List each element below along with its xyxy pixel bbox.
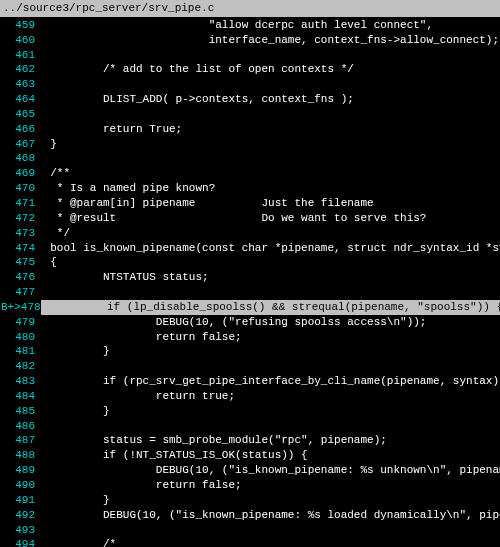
- code-line[interactable]: 472 * @result Do we want to serve this?: [1, 211, 500, 226]
- code-line[interactable]: 462 /* add to the list of open contexts …: [1, 62, 500, 77]
- line-number: 467: [1, 137, 37, 152]
- code-text: [37, 107, 500, 122]
- line-number: 492: [1, 508, 37, 523]
- code-line[interactable]: 464 DLIST_ADD( p->contexts, context_fns …: [1, 92, 500, 107]
- code-line[interactable]: 484 return true;: [1, 389, 500, 404]
- line-number: 491: [1, 493, 37, 508]
- code-line[interactable]: 490 return false;: [1, 478, 500, 493]
- code-line[interactable]: 482: [1, 359, 500, 374]
- code-text: if (rpc_srv_get_pipe_interface_by_cli_na…: [37, 374, 500, 389]
- line-number: 470: [1, 181, 37, 196]
- code-text: DLIST_ADD( p->contexts, context_fns );: [37, 92, 500, 107]
- code-line[interactable]: 463: [1, 77, 500, 92]
- line-number: 471: [1, 196, 37, 211]
- line-number: 466: [1, 122, 37, 137]
- line-number: 468: [1, 151, 37, 166]
- code-line[interactable]: 491 }: [1, 493, 500, 508]
- code-text: /*: [37, 537, 500, 547]
- code-line[interactable]: 489 DEBUG(10, ("is_known_pipename: %s un…: [1, 463, 500, 478]
- code-line[interactable]: 476 NTSTATUS status;: [1, 270, 500, 285]
- code-line[interactable]: 465: [1, 107, 500, 122]
- code-text: }: [37, 137, 500, 152]
- code-line[interactable]: 470 * Is a named pipe known?: [1, 181, 500, 196]
- code-line[interactable]: 474 bool is_known_pipename(const char *p…: [1, 241, 500, 256]
- code-text: * @result Do we want to serve this?: [37, 211, 500, 226]
- code-line[interactable]: 466 return True;: [1, 122, 500, 137]
- code-text: * @param[in] pipename Just the filename: [37, 196, 500, 211]
- line-number: 462: [1, 62, 37, 77]
- line-number: 483: [1, 374, 37, 389]
- code-line[interactable]: 475 {: [1, 255, 500, 270]
- code-line[interactable]: 486: [1, 419, 500, 434]
- code-line[interactable]: 460 interface_name, context_fns->allow_c…: [1, 33, 500, 48]
- code-text: "allow dcerpc auth level connect",: [37, 18, 500, 33]
- code-text: [37, 359, 500, 374]
- code-line[interactable]: 480 return false;: [1, 330, 500, 345]
- code-line[interactable]: 471 * @param[in] pipename Just the filen…: [1, 196, 500, 211]
- code-text: [37, 285, 500, 300]
- line-number: 488: [1, 448, 37, 463]
- line-number: 494: [1, 537, 37, 547]
- line-number: 482: [1, 359, 37, 374]
- code-text: [37, 419, 500, 434]
- code-line[interactable]: 483 if (rpc_srv_get_pipe_interface_by_cl…: [1, 374, 500, 389]
- code-text: }: [37, 404, 500, 419]
- code-line[interactable]: 487 status = smb_probe_module("rpc", pip…: [1, 433, 500, 448]
- line-number: 474: [1, 241, 37, 256]
- line-number: 476: [1, 270, 37, 285]
- code-text: }: [37, 344, 500, 359]
- code-line[interactable]: B+>478 if (lp_disable_spoolss() && streq…: [1, 300, 500, 315]
- code-text: return True;: [37, 122, 500, 137]
- code-line[interactable]: 467 }: [1, 137, 500, 152]
- code-line[interactable]: 473 */: [1, 226, 500, 241]
- line-number: 460: [1, 33, 37, 48]
- code-text: return false;: [37, 478, 500, 493]
- code-text: {: [37, 255, 500, 270]
- line-number: 475: [1, 255, 37, 270]
- code-text: [37, 48, 500, 63]
- line-number: 481: [1, 344, 37, 359]
- code-text: status = smb_probe_module("rpc", pipenam…: [37, 433, 500, 448]
- code-text: [37, 523, 500, 538]
- code-text: if (lp_disable_spoolss() && strequal(pip…: [41, 300, 500, 315]
- line-number: 480: [1, 330, 37, 345]
- code-line[interactable]: 469 /**: [1, 166, 500, 181]
- line-number: 493: [1, 523, 37, 538]
- code-line[interactable]: 461: [1, 48, 500, 63]
- line-number: 459: [1, 18, 37, 33]
- code-text: }: [37, 493, 500, 508]
- line-number: 464: [1, 92, 37, 107]
- line-number: 473: [1, 226, 37, 241]
- source-editor[interactable]: 459 "allow dcerpc auth level connect",46…: [0, 17, 500, 547]
- code-text: NTSTATUS status;: [37, 270, 500, 285]
- code-text: bool is_known_pipename(const char *pipen…: [37, 241, 500, 256]
- code-text: /**: [37, 166, 500, 181]
- line-number: 461: [1, 48, 37, 63]
- breakpoint-marker: B+>478: [1, 300, 41, 315]
- code-line[interactable]: 468: [1, 151, 500, 166]
- code-line[interactable]: 492 DEBUG(10, ("is_known_pipename: %s lo…: [1, 508, 500, 523]
- line-number: 472: [1, 211, 37, 226]
- code-line[interactable]: 488 if (!NT_STATUS_IS_OK(status)) {: [1, 448, 500, 463]
- code-text: if (!NT_STATUS_IS_OK(status)) {: [37, 448, 500, 463]
- line-number: 487: [1, 433, 37, 448]
- line-number: 469: [1, 166, 37, 181]
- code-line[interactable]: 485 }: [1, 404, 500, 419]
- code-text: [37, 77, 500, 92]
- code-text: return true;: [37, 389, 500, 404]
- code-line[interactable]: 493: [1, 523, 500, 538]
- file-path-header: ../source3/rpc_server/srv_pipe.c: [0, 0, 500, 17]
- code-line[interactable]: 477: [1, 285, 500, 300]
- code-line[interactable]: 459 "allow dcerpc auth level connect",: [1, 18, 500, 33]
- line-number: 489: [1, 463, 37, 478]
- code-text: /* add to the list of open contexts */: [37, 62, 500, 77]
- line-number: 486: [1, 419, 37, 434]
- line-number: 463: [1, 77, 37, 92]
- code-line[interactable]: 479 DEBUG(10, ("refusing spoolss access\…: [1, 315, 500, 330]
- line-number: 484: [1, 389, 37, 404]
- code-text: DEBUG(10, ("is_known_pipename: %s unknow…: [37, 463, 500, 478]
- code-line[interactable]: 494 /*: [1, 537, 500, 547]
- code-text: interface_name, context_fns->allow_conne…: [37, 33, 500, 48]
- code-line[interactable]: 481 }: [1, 344, 500, 359]
- line-number: 490: [1, 478, 37, 493]
